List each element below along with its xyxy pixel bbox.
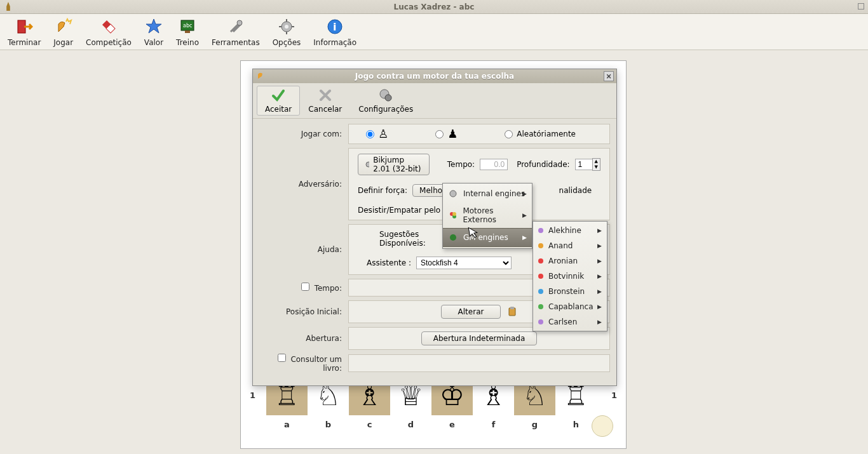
play-with-field: ♙ ♟ Aleatóriamente — [348, 124, 610, 144]
random-label: Aleatóriamente — [517, 130, 576, 138]
window-control-icon[interactable] — [858, 3, 864, 10]
opponent-label: Adversário: — [259, 180, 348, 189]
file-label: e — [431, 420, 473, 429]
play-white-radio[interactable]: ♙ — [366, 128, 388, 140]
cancel-button[interactable]: Cancelar — [300, 86, 350, 116]
cross-icon — [318, 88, 333, 103]
help-label: Ajuda: — [259, 245, 348, 254]
window-title: Lucas Xadrez - abc — [394, 3, 475, 11]
config-button[interactable]: Configurações — [350, 86, 421, 116]
gear-icon — [365, 161, 369, 168]
define-strength-label: Definir força: — [358, 186, 407, 195]
label: Configurações — [358, 105, 413, 114]
label: Competição — [86, 38, 132, 47]
competicao-button[interactable]: Competição — [79, 17, 138, 48]
chevron-right-icon: ▶ — [597, 243, 602, 249]
dot-icon — [538, 258, 543, 264]
label: Terminar — [8, 38, 41, 47]
gm-item-anand[interactable]: Anand▶ — [533, 238, 607, 253]
book-checkbox[interactable] — [278, 354, 286, 362]
gm-submenu: Alekhine▶Anand▶Aronian▶Botvinnik▶Bronste… — [532, 221, 607, 331]
label: Aceitar — [265, 105, 292, 114]
info-icon: i — [326, 18, 344, 36]
label: Abertura Indeterminada — [433, 334, 525, 343]
informacao-button[interactable]: i Informação — [307, 17, 363, 48]
label: Bronstein — [548, 287, 585, 296]
label: Botvinnik — [548, 272, 584, 281]
play-random-radio[interactable]: Aleatóriamente — [505, 130, 576, 138]
time-checkbox[interactable] — [301, 283, 309, 291]
time-input — [480, 159, 508, 170]
gm-item-carlsen[interactable]: Carlsen▶ — [533, 314, 607, 330]
chevron-right-icon: ▶ — [597, 227, 602, 234]
depth-input[interactable] — [575, 159, 593, 170]
dot-icon — [538, 243, 543, 248]
jogar-button[interactable]: Jogar — [47, 17, 79, 48]
radio-white[interactable] — [366, 130, 374, 138]
accept-button[interactable]: Aceitar — [257, 86, 300, 116]
terminar-button[interactable]: Terminar — [1, 17, 47, 48]
book-field — [348, 354, 610, 372]
gm-item-bronstein[interactable]: Bronstein▶ — [533, 284, 607, 299]
spin-up-icon[interactable]: ▲ — [593, 159, 600, 164]
spin-down-icon[interactable]: ▼ — [593, 164, 600, 170]
menu-internal-engines[interactable]: Internal engines ▶ — [443, 185, 532, 203]
svg-rect-19 — [510, 307, 514, 309]
valor-button[interactable]: Valor — [138, 17, 170, 48]
menu-gm-engines[interactable]: GM engines ▶ — [443, 228, 532, 247]
opening-label: Abertura: — [259, 334, 348, 343]
engine-category-menu: Internal engines ▶ Motores Externos ▶ GM… — [442, 183, 532, 249]
gm-item-botvinnik[interactable]: Botvinnik▶ — [533, 269, 607, 284]
play-with-label: Jogar com: — [259, 130, 348, 138]
play-icon — [55, 18, 72, 36]
label: Consultor um livro: — [290, 355, 342, 373]
gear-icon — [448, 189, 458, 199]
book-label: Consultor um livro: — [259, 354, 348, 373]
paste-icon[interactable] — [507, 307, 517, 317]
label: Aronian — [548, 257, 578, 265]
opening-button[interactable]: Abertura Indeterminada — [421, 331, 537, 345]
svg-point-17 — [366, 162, 369, 167]
white-pawn-icon: ♙ — [378, 128, 388, 140]
chevron-right-icon: ▶ — [597, 288, 602, 295]
close-button[interactable]: ✕ — [604, 71, 614, 81]
depth-label: Profundidade: — [517, 160, 569, 169]
dialog-titlebar[interactable]: Jogo contra um motor da tua escolha ✕ — [253, 69, 616, 83]
opcoes-button[interactable]: Opções — [266, 17, 308, 48]
main-toolbar: Terminar Jogar Competição Valor abc Trei… — [0, 14, 868, 50]
training-icon: abc — [179, 18, 196, 36]
time-label: Tempo: — [447, 160, 475, 169]
label: Valor — [144, 38, 163, 47]
depth-spinner[interactable]: ▲▼ — [575, 158, 600, 171]
engine-name: Bikjump 2.01 (32-bit) — [373, 156, 423, 173]
tools-icon — [227, 18, 245, 36]
svg-rect-5 — [185, 30, 190, 33]
treino-button[interactable]: abc Treino — [170, 17, 205, 48]
menu-external-engines[interactable]: Motores Externos ▶ — [443, 203, 532, 228]
gm-item-alekhine[interactable]: Alekhine▶ — [533, 223, 607, 238]
label: Treino — [176, 38, 199, 47]
svg-point-8 — [285, 25, 288, 29]
radio-black[interactable] — [435, 130, 444, 138]
chevron-right-icon: ▶ — [522, 212, 527, 218]
gm-item-capablanca[interactable]: Capablanca▶ — [533, 299, 607, 314]
label: Capablanca — [548, 302, 593, 311]
file-label: d — [390, 420, 431, 429]
engine-select-button[interactable]: Bikjump 2.01 (32-bit) — [358, 154, 430, 175]
exit-icon — [15, 18, 33, 36]
dialog-title: Jogo contra um motor da tua escolha — [355, 72, 514, 81]
alter-button[interactable]: Alterar — [441, 305, 501, 319]
label: Tempo: — [315, 284, 342, 293]
radio-random[interactable] — [505, 130, 513, 138]
ferramentas-button[interactable]: Ferramentas — [205, 17, 266, 48]
svg-text:i: i — [333, 21, 336, 33]
dot-icon — [538, 319, 543, 324]
play-black-radio[interactable]: ♟ — [435, 128, 458, 140]
star-icon — [145, 18, 163, 36]
label: Jogar — [53, 38, 73, 47]
gm-item-aronian[interactable]: Aronian▶ — [533, 253, 607, 269]
label: Opções — [273, 38, 301, 47]
dot-icon — [538, 228, 543, 233]
label: Cancelar — [308, 105, 342, 114]
assistant-select[interactable]: Stockfish 4 — [416, 257, 512, 269]
